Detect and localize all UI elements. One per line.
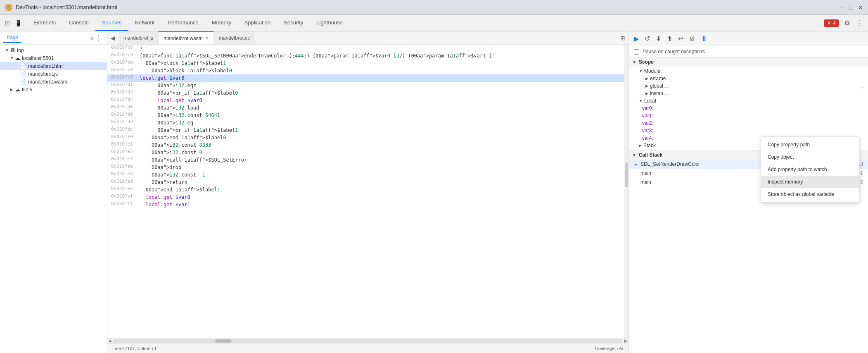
local-var1-key: var1: [642, 113, 653, 119]
line-code: ) [136, 45, 624, 52]
sidebar-tab-page[interactable]: Page [3, 33, 21, 43]
hscroll-track[interactable] [113, 339, 623, 343]
editor-tab-js[interactable]: mandelbrot.js [119, 31, 159, 45]
code-row: 0x010fed 00aa">return [107, 179, 624, 186]
local-item-header[interactable]: ▼ Local [629, 97, 868, 105]
code-row: 0x010fea 00aa">drop [107, 164, 624, 171]
tree-item-mandelbrot-js[interactable]: 📄 mandelbrot.js [0, 70, 107, 78]
error-badge[interactable]: ✕ 4 [824, 19, 839, 27]
scrollbar-thumb[interactable] [625, 162, 628, 187]
line-address: 0x010fde [107, 126, 136, 134]
sidebar-more-button[interactable]: » [90, 35, 94, 41]
hscroll-left-arrow[interactable]: ◀ [108, 339, 111, 343]
editor-tab-wasm[interactable]: mandelbrot.wasm ✕ [159, 31, 214, 45]
close-wasm-tab-icon[interactable]: ✕ [205, 36, 209, 41]
tree-item-mandelbrot-html[interactable]: 📄 mandelbrot.html [0, 62, 107, 70]
line-code: (00aa">func 1a1aff">$SDL_SetR00aa">ender… [136, 52, 624, 60]
line-code: 00aa">return [136, 179, 624, 186]
scope-label: Scope [639, 59, 654, 65]
tree-item-top[interactable]: ▼ 🖥 top [0, 46, 107, 54]
resume-button[interactable]: ▶ [632, 34, 640, 43]
sidebar: Page » ⋮ ▼ 🖥 top ▼ ☁ localhost:5501 [0, 31, 107, 353]
cloud-icon-file: ☁ [15, 86, 20, 93]
tree-label-top: top [17, 48, 24, 53]
code-row: 0x010fe7 00aa">call 1a1aff">$SDL_SetErro… [107, 156, 624, 164]
editor-tab-back[interactable]: ◀ [107, 35, 119, 41]
horizontal-scrollbar[interactable]: ◀ ▶ [107, 338, 628, 343]
scope-header[interactable]: ▼ Scope [629, 57, 868, 67]
context-store-global[interactable]: Store object as global variable [761, 188, 859, 200]
hscroll-right-arrow[interactable]: ▶ [624, 339, 628, 343]
pause-button[interactable]: ⏸ [699, 33, 709, 44]
editor-tab-cc[interactable]: mandelbrot.cc [214, 31, 255, 45]
tab-lighthouse[interactable]: Lighthouse [310, 15, 349, 31]
titlebar-left: 🔧 DevTools - localhost:5501/mandelbrot.h… [5, 4, 117, 11]
tree-item-file[interactable]: ▶ ☁ file:// [0, 86, 107, 93]
line-code: 00aa">i32.eq [136, 119, 624, 126]
deactivate-button[interactable]: ⊘ [688, 34, 696, 43]
context-copy-object[interactable]: Copy object [761, 151, 859, 163]
tab-network[interactable]: Network [128, 15, 161, 31]
line-address: 0x010fe1 [107, 141, 136, 149]
line-address: 0x010fcd [107, 67, 136, 74]
code-scroll-area[interactable]: 0x010fc8)0x010fc9(00aa">func 1a1aff">$SD… [107, 45, 624, 338]
tree-label-mandelbrot-js: mandelbrot.js [28, 71, 58, 77]
line-code: local.get $var0 [136, 74, 624, 82]
tab-performance[interactable]: Performance [161, 15, 205, 31]
line-code: 00aa">drop [136, 164, 624, 171]
pause-caught-checkbox[interactable] [634, 49, 639, 55]
tab-application[interactable]: Application [238, 15, 277, 31]
editor-quick-open-button[interactable]: ⊞ [617, 35, 628, 41]
tree-arrow-top: ▼ [5, 48, 10, 52]
instan-label: instan [650, 91, 663, 96]
tree-item-mandelbrot-wasm[interactable]: 📄 mandelbrot.wasm [0, 78, 107, 86]
env-dots: ... [667, 76, 671, 81]
inspect-icon[interactable]: ⊡ [3, 18, 12, 28]
env-me-item[interactable]: ▶ env.me ... … [629, 75, 868, 82]
hscroll-thumb[interactable] [215, 339, 232, 343]
context-copy-path[interactable]: Copy property path [761, 138, 859, 151]
line-address: 0x010fed [107, 179, 136, 186]
sidebar-header: Page » ⋮ [0, 31, 107, 45]
line-code: 00aa">block 1a1aff">$label0 [136, 67, 624, 74]
code-row: 0x010fe1 00aa">i32.const 8833 [107, 141, 624, 149]
tab-security[interactable]: Security [277, 15, 310, 31]
sidebar-tree: ▼ 🖥 top ▼ ☁ localhost:5501 📄 mandelbrot.… [0, 45, 107, 353]
device-icon[interactable]: 📱 [13, 18, 24, 28]
minimize-button[interactable]: ─ [839, 5, 845, 10]
settings-button[interactable]: ⚙ [842, 17, 851, 29]
step-over-button[interactable]: ↺ [643, 34, 652, 43]
vertical-scrollbar[interactable] [624, 45, 628, 338]
tree-item-localhost[interactable]: ▼ ☁ localhost:5501 [0, 54, 107, 62]
tab-elements[interactable]: Elements [27, 15, 62, 31]
callstack-name-1: main [640, 170, 651, 176]
close-button[interactable]: ✕ [857, 5, 863, 10]
instan-arrow-icon: ▶ [645, 91, 648, 95]
more-button[interactable]: ⋮ [855, 17, 865, 29]
code-row: 0x010fee 00aa">end 1a1aff">$label1 [107, 186, 624, 193]
step-into-button[interactable]: ⬇ [654, 34, 663, 43]
code-row: 0x010fe0 00aa">end 1a1aff">$label0 [107, 134, 624, 141]
js-file-icon: 📄 [20, 71, 26, 77]
module-item[interactable]: ▼ Module [629, 67, 868, 75]
global-item[interactable]: ▶ global ... … [629, 82, 868, 90]
callstack-name-2: main [640, 179, 651, 185]
tab-console[interactable]: Console [62, 15, 95, 31]
context-add-watch[interactable]: Add property path to watch [761, 163, 859, 176]
step-out-button[interactable]: ⬆ [665, 34, 674, 43]
code-row: 0x010fc8) [107, 45, 624, 52]
context-inspect-memory[interactable]: Inspect memory [761, 176, 859, 188]
stack-label: Stack [643, 143, 656, 148]
line-address: 0x010fe7 [107, 156, 136, 164]
instan-item[interactable]: ▶ instan ... … [629, 90, 868, 97]
line-code: 00aa">i32.const -1 [136, 171, 624, 179]
sidebar-menu-button[interactable]: ⋮ [94, 33, 104, 43]
debug-toolbar: ▶ ↺ ⬇ ⬆ ↩ ⊘ ⏸ [629, 31, 868, 46]
maximize-button[interactable]: □ [848, 5, 854, 10]
tab-sources[interactable]: Sources [95, 15, 128, 31]
devtools-icon: 🔧 [5, 4, 12, 11]
tab-memory[interactable]: Memory [205, 15, 238, 31]
editor-tab-cc-label: mandelbrot.cc [219, 35, 250, 41]
code-row: 0x010fd9 00aa">i32.const 64641 [107, 112, 624, 119]
step-button[interactable]: ↩ [676, 34, 685, 43]
